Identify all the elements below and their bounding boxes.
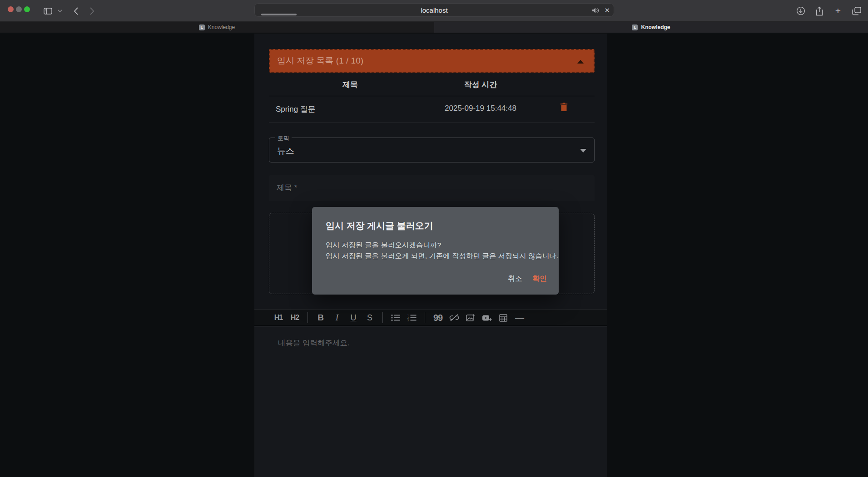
underline-button[interactable]: U [347,311,360,325]
table-header-divider [269,96,595,96]
content-placeholder: 내용을 입력해주세요. [278,338,350,348]
svg-text:3: 3 [407,319,409,322]
ordered-list-button[interactable]: 1 2 3 [405,311,419,325]
confirm-button[interactable]: 확인 [532,274,547,284]
audio-playing-icon[interactable] [592,7,600,14]
title-input[interactable] [269,175,595,201]
heading2-button[interactable]: H2 [288,311,302,325]
bullet-list-icon [391,314,400,321]
sidebar-toggle-icon[interactable] [41,0,55,22]
back-button[interactable] [69,0,83,22]
draft-list-accordion-header[interactable]: 임시 저장 목록 (1 / 10) [269,49,595,73]
draft-list-title: 임시 저장 목록 (1 / 10) [270,55,363,67]
tab-favicon: L [632,25,638,30]
bullet-list-button[interactable] [389,311,402,325]
web-page: 임시 저장 목록 (1 / 10) 제목 작성 시간 Spring 질문 202… [0,34,868,477]
editor-toolbar: H1 H2 B I U S 1 2 [254,309,607,326]
dialog-body: 임시 저장된 글을 불러오시겠습니까? 임시 저장된 글을 불러오게 되면, 기… [326,240,558,261]
tab-label: Knowledge [641,24,670,30]
dialog-body-line1: 임시 저장된 글을 불러오시겠습니까? [326,240,558,251]
minimize-window-button[interactable] [16,6,22,12]
insert-table-button[interactable] [496,311,510,325]
draft-row-created-at: 2025-09-19 15:44:48 [445,104,516,113]
tab-strip: L Knowledge L Knowledge [0,22,868,33]
table-row-divider [269,122,595,123]
insert-video-button[interactable] [480,311,494,325]
downloads-icon[interactable] [796,6,806,16]
load-draft-dialog: 임시 저장 게시글 불러오기 임시 저장된 글을 불러오시겠습니까? 임시 저장… [312,207,559,295]
trash-icon [560,103,568,112]
tab-knowledge-active[interactable]: L Knowledge [434,22,868,33]
chevron-down-icon [580,149,586,152]
image-add-icon [466,314,475,322]
collapse-arrow-icon [577,60,584,64]
browser-chrome: localhost ✕ [0,0,868,22]
link-off-icon [449,314,459,322]
zoom-window-button[interactable] [24,6,30,12]
tab-label: Knowledge [208,24,235,30]
topic-select-value: 뉴스 [277,145,294,157]
address-bar[interactable]: localhost ✕ [254,3,614,17]
sidebar-menu-chevron-icon[interactable] [55,0,64,22]
tab-overview-icon[interactable] [852,6,862,16]
delete-draft-button[interactable] [558,101,570,113]
draft-column-created: 작성 시간 [464,79,497,90]
dialog-body-line2: 임시 저장된 글을 불러오게 되면, 기존에 작성하던 글은 저장되지 않습니다… [326,251,558,261]
blockquote-button[interactable]: 99 [431,311,445,325]
cancel-button[interactable]: 취소 [508,274,522,284]
load-progress-bar [261,14,297,15]
draft-row-title[interactable]: Spring 질문 [276,104,316,114]
insert-image-button[interactable] [464,311,477,325]
content-editor[interactable]: 내용을 입력해주세요. [254,326,607,477]
heading1-button[interactable]: H1 [272,311,285,325]
video-add-icon [482,314,492,322]
tab-knowledge-inactive[interactable]: L Knowledge [0,22,434,33]
table-icon [499,314,507,322]
horizontal-rule-button[interactable]: — [513,311,526,325]
draft-column-title: 제목 [342,79,358,90]
italic-button[interactable]: I [330,311,344,325]
new-tab-icon[interactable]: + [833,6,843,16]
bold-button[interactable]: B [314,311,327,325]
toolbar-separator [382,312,383,323]
tab-favicon: L [199,25,205,30]
stop-loading-icon[interactable]: ✕ [604,6,610,15]
strikethrough-button[interactable]: S [363,311,377,325]
toolbar-separator [308,312,308,323]
toolbar-separator [425,312,425,323]
topic-select[interactable]: 토픽 뉴스 [269,138,595,162]
ordered-list-icon: 1 2 3 [407,314,417,321]
url-text: localhost [421,6,447,14]
unlink-button[interactable] [447,311,461,325]
forward-button[interactable] [85,0,99,22]
dialog-title: 임시 저장 게시글 불러오기 [326,220,433,232]
topic-select-label: 토픽 [275,134,292,143]
share-icon[interactable] [814,6,824,16]
close-window-button[interactable] [8,6,14,12]
